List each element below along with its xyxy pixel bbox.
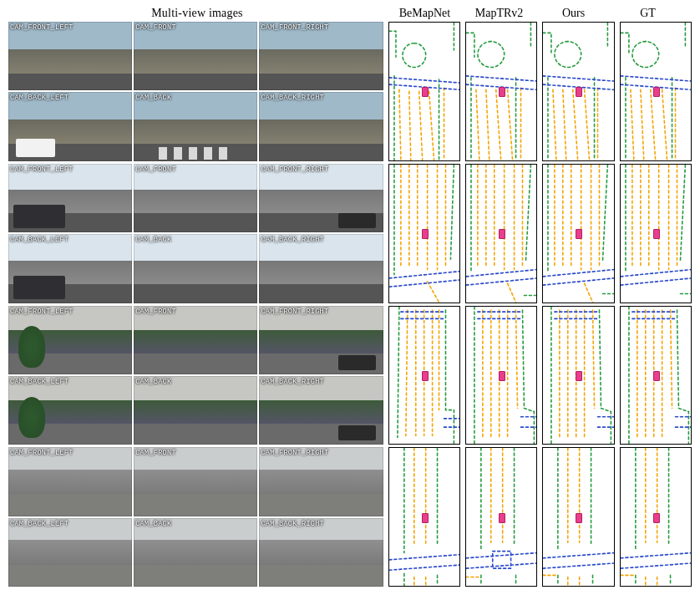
camera-label: CAM_FRONT_RIGHT — [261, 449, 328, 457]
divider-polyline — [486, 89, 489, 160]
map-cell-bemapnet — [388, 22, 460, 161]
camera-tile-back-left: CAM_BACK_LEFT — [8, 376, 132, 445]
cross-shape — [159, 147, 233, 160]
camera-tile-back-right: CAM_BACK_RIGHT — [259, 234, 383, 303]
truck-shape — [13, 276, 65, 299]
divider-polyline — [631, 89, 634, 160]
map-cell-maptrv2 — [465, 306, 537, 445]
truck-shape — [13, 205, 65, 228]
camera-label: CAM_FRONT_LEFT — [10, 23, 74, 32]
ped-crossing-polyline — [389, 271, 459, 277]
camera-label: CAM_BACK_LEFT — [10, 378, 68, 386]
car-shape — [338, 425, 375, 440]
camera-label: CAM_FRONT_RIGHT — [261, 23, 328, 32]
ped-crossing-polyline — [621, 269, 691, 276]
boundary-polyline — [555, 42, 581, 68]
ped-crossing-polyline — [621, 76, 691, 81]
van-shape — [16, 139, 55, 156]
camera-label: CAM_FRONT_LEFT — [10, 308, 74, 316]
camera-tile-front-left: CAM_FRONT_LEFT — [8, 306, 132, 374]
divider-polyline — [398, 89, 400, 160]
boundary-polyline — [466, 33, 474, 57]
boundary-polyline — [445, 310, 454, 445]
ped-crossing-polyline — [543, 278, 613, 285]
header-multiview: Multi-view images — [8, 7, 386, 20]
camera-label: CAM_BACK_RIGHT — [261, 236, 324, 244]
camera-label: CAM_BACK_LEFT — [10, 94, 68, 102]
ego-vehicle-icon — [499, 229, 505, 239]
ego-vehicle-icon — [576, 229, 582, 239]
ego-vehicle-icon — [499, 513, 505, 523]
ego-vehicle-icon — [422, 87, 429, 97]
divider-polyline — [418, 91, 422, 160]
camera-label: CAM_FRONT_RIGHT — [261, 165, 328, 174]
ped-crossing-polyline — [621, 553, 691, 558]
header-method-3: Ours — [538, 7, 609, 20]
multiview-grid: CAM_FRONT_LEFTCAM_FRONTCAM_FRONT_RIGHTCA… — [8, 447, 383, 587]
map-cell-ours — [542, 164, 614, 303]
boundary-polyline — [478, 42, 505, 68]
tree-shape — [18, 397, 46, 438]
camera-tile-back-right: CAM_BACK_RIGHT — [259, 518, 383, 587]
ped-crossing-polyline — [543, 553, 613, 558]
map-cell-maptrv2 — [465, 447, 537, 587]
ego-vehicle-icon — [422, 513, 429, 523]
column-header-row: Multi-view images BeMapNet MapTRv2 Ours … — [8, 3, 692, 22]
result-row: CAM_FRONT_LEFTCAM_FRONTCAM_FRONT_RIGHTCA… — [8, 306, 692, 445]
boundary-polyline — [677, 310, 688, 445]
result-rows: CAM_FRONT_LEFTCAM_FRONTCAM_FRONT_RIGHTCA… — [8, 22, 692, 587]
camera-tile-front: CAM_FRONT — [134, 447, 257, 516]
divider-polyline — [553, 89, 556, 160]
result-row: CAM_FRONT_LEFTCAM_FRONTCAM_FRONT_RIGHTCA… — [8, 22, 692, 161]
camera-label: CAM_BACK_RIGHT — [261, 378, 324, 386]
camera-label: CAM_BACK — [135, 520, 171, 528]
boundary-polyline — [522, 310, 534, 445]
ego-vehicle-icon — [653, 371, 660, 381]
camera-label: CAM_BACK_LEFT — [10, 520, 68, 528]
divider-polyline — [427, 282, 439, 303]
divider-polyline — [662, 89, 667, 160]
ped-crossing-polyline — [466, 269, 536, 276]
camera-tile-back-left: CAM_BACK_LEFT — [8, 518, 132, 587]
camera-label: CAM_BACK — [135, 236, 171, 244]
ego-vehicle-icon — [422, 229, 429, 239]
divider-polyline — [670, 310, 672, 408]
camera-tile-front-left: CAM_FRONT_LEFT — [8, 447, 132, 516]
camera-tile-front: CAM_FRONT — [134, 306, 257, 374]
ped-crossing-polyline — [466, 278, 536, 285]
map-cell-bemapnet — [388, 164, 460, 303]
map-cell-gt — [620, 447, 692, 587]
ped-crossing-polyline — [543, 563, 613, 568]
camera-label: CAM_BACK_RIGHT — [261, 520, 324, 528]
boundary-polyline — [621, 33, 629, 55]
divider-polyline — [585, 283, 593, 303]
tree-shape — [18, 326, 46, 367]
boundary-polyline — [600, 310, 611, 445]
ped-crossing-polyline — [389, 78, 459, 83]
map-cell-bemapnet — [388, 306, 460, 445]
map-cell-ours — [542, 447, 614, 587]
camera-label: CAM_BACK_LEFT — [10, 236, 68, 244]
divider-polyline — [405, 310, 407, 435]
divider-polyline — [476, 89, 479, 160]
ego-vehicle-icon — [576, 513, 582, 523]
ego-vehicle-icon — [499, 87, 505, 97]
camera-tile-back-right: CAM_BACK_RIGHT — [259, 376, 383, 445]
camera-tile-back-left: CAM_BACK_LEFT — [8, 234, 132, 303]
map-cell-maptrv2 — [465, 164, 537, 303]
divider-polyline — [408, 91, 410, 160]
camera-tile-front-left: CAM_FRONT_LEFT — [8, 22, 132, 90]
ped-crossing-polyline — [466, 563, 536, 568]
result-row: CAM_FRONT_LEFTCAM_FRONTCAM_FRONT_RIGHTCA… — [8, 447, 692, 587]
camera-tile-front-right: CAM_FRONT_RIGHT — [259, 22, 383, 90]
map-cell-bemapnet — [388, 447, 460, 587]
ego-vehicle-icon — [653, 513, 660, 523]
divider-polyline — [573, 89, 578, 160]
qualitative-comparison-figure: Multi-view images BeMapNet MapTRv2 Ours … — [0, 0, 700, 595]
ego-vehicle-icon — [653, 87, 660, 97]
camera-tile-front: CAM_FRONT — [134, 22, 257, 90]
multiview-grid: CAM_FRONT_LEFTCAM_FRONTCAM_FRONT_RIGHTCA… — [8, 306, 383, 445]
map-cell-gt — [620, 306, 692, 445]
camera-tile-back: CAM_BACK — [134, 376, 257, 445]
boundary-polyline — [543, 33, 551, 55]
